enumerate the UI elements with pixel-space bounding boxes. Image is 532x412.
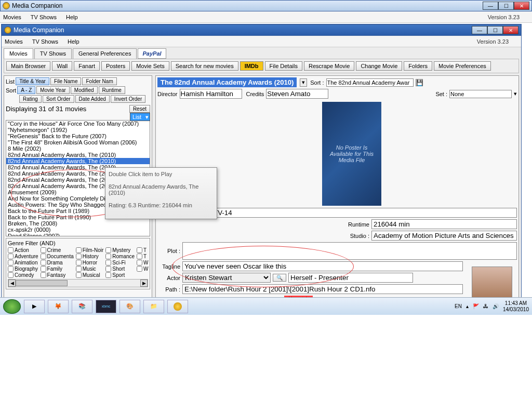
genre-checkbox[interactable]: Action — [8, 247, 38, 253]
subtab-movie-sets[interactable]: Movie Sets — [131, 61, 169, 71]
taskbar-mc-icon[interactable] — [167, 300, 188, 313]
scroll-left-icon[interactable]: ◀ — [8, 280, 16, 287]
listmode-filename[interactable]: File Name — [50, 77, 82, 85]
subtab-fanart[interactable]: Fanart — [74, 61, 100, 71]
subtab-main-browser[interactable]: Main Browser — [6, 61, 50, 71]
tab-movies[interactable]: Movies — [4, 48, 33, 59]
list-item[interactable]: Brøken, The (2008) — [6, 220, 150, 227]
sort-az[interactable]: A - Z — [17, 86, 35, 94]
scroll-thumb[interactable] — [16, 280, 68, 286]
subtab-posters[interactable]: Posters — [101, 61, 130, 71]
sort-runtime[interactable]: Runtime — [99, 86, 125, 94]
subtab-change-movie[interactable]: Change Movie — [356, 61, 402, 71]
save-icon[interactable]: 💾 — [416, 79, 423, 86]
taskbar-paint-icon[interactable]: 🎨 — [119, 300, 140, 313]
sort-rating[interactable]: Rating — [19, 95, 42, 103]
maximize-back-button[interactable]: ☐ — [498, 2, 514, 10]
subtab-movie-preferences[interactable]: Movie Preferences — [434, 61, 491, 71]
runtime-input[interactable] — [371, 219, 517, 229]
genre-checkbox[interactable]: Mystery — [105, 247, 135, 253]
tagline-input[interactable] — [182, 261, 463, 271]
genre-checkbox[interactable]: Musical — [76, 272, 104, 278]
genre-checkbox[interactable]: Crime — [41, 247, 74, 253]
tab-tvshows[interactable]: TV Shows — [34, 48, 72, 59]
taskbar-xbmc-icon[interactable]: xbmc — [96, 300, 116, 313]
tray-flag-icon[interactable]: 🚩 — [473, 303, 479, 309]
sort-date-added[interactable]: Date Added — [75, 95, 110, 103]
close-button[interactable]: ✕ — [503, 26, 518, 34]
menu-tvshows[interactable]: TV Shows — [32, 38, 58, 45]
list-item[interactable]: cx-apsk2r (0000) — [6, 227, 150, 233]
genre-checkbox[interactable]: Horror — [76, 260, 104, 265]
minimize-button[interactable]: — — [472, 26, 487, 34]
tab-paypal[interactable]: PayPal — [138, 48, 166, 59]
tray-network-icon[interactable]: 🖧 — [483, 303, 488, 309]
director-input[interactable] — [180, 89, 242, 99]
tray-lang[interactable]: EN — [455, 303, 462, 309]
tray-arrow-icon[interactable]: ▴ — [466, 303, 469, 309]
genre-checkbox[interactable]: Animation — [8, 260, 38, 265]
genre-checkbox[interactable]: Short — [105, 266, 135, 272]
taskbar-firefox-icon[interactable]: 🦊 — [48, 300, 69, 313]
sort-invert[interactable]: Invert Order — [111, 95, 145, 103]
taskbar-explorer-icon[interactable]: 📁 — [143, 300, 164, 313]
list-item[interactable]: 82nd Annual Academy Awards, The (2010) — [6, 158, 150, 164]
genre-checkbox[interactable]: Sport — [105, 272, 135, 278]
listmode-title-year[interactable]: Title & Year — [16, 77, 49, 85]
menu-movies[interactable]: Movies — [5, 38, 23, 45]
genre-checkbox[interactable]: Music — [76, 266, 104, 272]
genre-checkbox[interactable]: T — [137, 254, 148, 259]
genre-checkbox[interactable]: T — [137, 247, 148, 253]
subtab-wall[interactable]: Wall — [52, 61, 72, 71]
tray-clock[interactable]: 11:43 AM14/03/2010 — [503, 300, 529, 313]
list-dropdown[interactable]: List — [130, 113, 150, 121]
menu-help[interactable]: Help — [68, 38, 79, 45]
minimize-back-button[interactable]: — — [483, 2, 498, 10]
listmode-foldername[interactable]: Folder Nam — [82, 77, 116, 85]
subtab-search[interactable]: Search for new movies — [171, 61, 238, 71]
cert-input[interactable] — [211, 208, 517, 218]
set-input[interactable] — [449, 90, 512, 98]
actor-select[interactable]: Kristen Stewart — [182, 273, 271, 283]
genre-checkbox[interactable]: Comedy — [8, 272, 38, 278]
subtab-folders[interactable]: Folders — [404, 61, 432, 71]
tab-general-preferences[interactable]: General Preferences — [73, 48, 137, 59]
genre-checkbox[interactable]: Fantasy — [41, 272, 74, 278]
maximize-button[interactable]: ☐ — [487, 26, 503, 34]
scroll-right-icon[interactable]: ▶ — [140, 280, 148, 287]
actor-lookup-button[interactable]: 🔍 — [273, 274, 286, 282]
path-input[interactable] — [182, 284, 463, 294]
list-item[interactable]: Dead Silence (2007) — [6, 233, 150, 236]
plot-input[interactable] — [182, 242, 517, 260]
genre-checkbox[interactable]: Drama — [41, 260, 74, 265]
menu-movies-back[interactable]: Movies — [3, 14, 21, 20]
taskbar-wmp-icon[interactable]: ▶ — [24, 300, 45, 313]
genre-checkbox[interactable]: Family — [41, 266, 74, 272]
list-item[interactable]: 8 Mile (2002) — [6, 145, 150, 152]
genre-checkbox[interactable]: Sci-Fi — [105, 260, 135, 265]
close-back-button[interactable]: ✕ — [514, 2, 529, 10]
genre-checkbox[interactable]: History — [76, 254, 104, 259]
actor-role[interactable] — [288, 273, 413, 283]
subtab-rescrape[interactable]: Rescrape Movie — [304, 61, 354, 71]
genre-checkbox[interactable]: Adventure — [8, 254, 38, 259]
subtab-imdb[interactable]: IMDb — [240, 61, 263, 71]
tray-volume-icon[interactable]: 🔊 — [493, 303, 499, 309]
genre-checkbox[interactable]: Documenta — [41, 254, 74, 259]
reset-button[interactable]: Reset — [129, 105, 150, 113]
credits-input[interactable] — [266, 89, 328, 99]
list-item[interactable]: "Nyhetsmorgon" (1992) — [6, 127, 150, 133]
menu-tvshows-back[interactable]: TV Shows — [31, 14, 57, 20]
list-item[interactable]: "ReGenesis" Back to the Future (2007) — [6, 133, 150, 139]
menu-help-back[interactable]: Help — [66, 14, 78, 20]
genre-checkbox[interactable]: Romance — [105, 254, 135, 259]
subtab-file-details[interactable]: File Details — [265, 61, 302, 71]
genre-checkbox[interactable]: W — [137, 260, 148, 265]
studio-input[interactable] — [371, 231, 517, 241]
set-dropdown-icon[interactable]: ▾ — [514, 90, 517, 97]
sort-movie-year[interactable]: Movie Year — [36, 86, 69, 94]
title-dropdown-icon[interactable]: ▾ — [300, 78, 307, 87]
list-item[interactable]: "Cory in the House" Air Force One Too Ma… — [6, 121, 150, 127]
genre-checkbox[interactable]: Biography — [8, 266, 38, 272]
sort-order[interactable]: Sort Order — [43, 95, 74, 103]
